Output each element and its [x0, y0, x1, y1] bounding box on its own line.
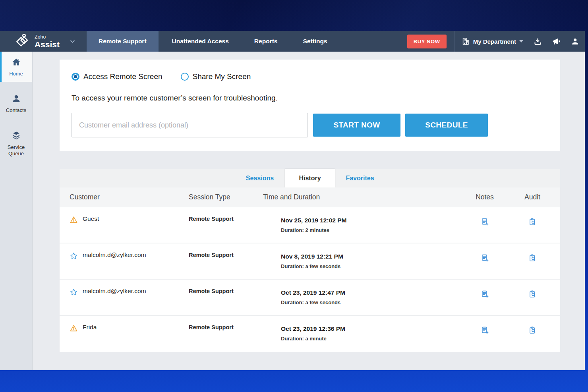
- header-notes: Notes: [465, 193, 505, 201]
- customer-email-input[interactable]: [72, 113, 308, 137]
- session-time: Nov 25, 2019 12:02 PM: [281, 217, 465, 224]
- tab-sessions[interactable]: Sessions: [235, 169, 285, 187]
- customer-name: Frida: [83, 324, 97, 331]
- header-customer: Customer: [60, 193, 189, 201]
- session-type: Remote Support: [189, 288, 234, 294]
- session-time: Oct 23, 2019 12:47 PM: [281, 289, 465, 296]
- radio-selected-icon[interactable]: [72, 73, 79, 81]
- contacts-icon: [12, 94, 21, 103]
- table-row: malcolm.d@zylker.com Remote Support Oct …: [60, 280, 560, 316]
- session-type: Remote Support: [189, 215, 234, 222]
- left-sidebar: Home Contacts: [0, 52, 33, 370]
- sessions-panel: Sessions History Favorites Customer Sess…: [60, 169, 560, 352]
- table-row: malcolm.d@zylker.com Remote Support Nov …: [60, 243, 560, 280]
- sidebar-item-service-queue[interactable]: Service Queue: [0, 125, 32, 162]
- nav-tab-reports[interactable]: Reports: [242, 31, 290, 52]
- brand-zoho-label: Zoho: [35, 35, 60, 39]
- radio-access-remote-screen[interactable]: Access Remote Screen: [72, 72, 162, 81]
- schedule-button[interactable]: SCHEDULE: [405, 114, 488, 137]
- sidebar-label-contacts: Contacts: [2, 107, 31, 114]
- sidebar-item-contacts[interactable]: Contacts: [0, 88, 32, 118]
- user-account-button[interactable]: [566, 31, 585, 52]
- sidebar-item-home[interactable]: Home: [0, 52, 32, 82]
- sessions-tabbar: Sessions History Favorites: [60, 169, 560, 187]
- session-duration: Duration: a few seconds: [281, 263, 465, 269]
- nav-tab-unattended-access[interactable]: Unattended Access: [160, 31, 241, 52]
- session-duration: Duration: 2 minutes: [281, 227, 465, 233]
- session-time: Oct 23, 2019 12:36 PM: [281, 325, 465, 332]
- audit-icon[interactable]: [528, 326, 537, 334]
- session-type: Remote Support: [189, 324, 234, 330]
- audit-icon[interactable]: [528, 290, 537, 298]
- header-audit: Audit: [505, 193, 560, 201]
- add-note-icon[interactable]: [481, 218, 489, 226]
- table-header-row: Customer Session Type Time and Duration …: [60, 187, 560, 207]
- favorite-star-icon[interactable]: [70, 252, 78, 260]
- zoho-assist-brand[interactable]: Zoho Assist: [0, 31, 87, 52]
- favorite-star-icon[interactable]: [70, 288, 78, 296]
- customer-name: malcolm.d@zylker.com: [83, 251, 146, 259]
- service-queue-icon: [12, 131, 21, 140]
- brand-assist-label: Assist: [35, 40, 60, 48]
- audit-icon[interactable]: [528, 218, 537, 226]
- download-icon: [534, 37, 542, 46]
- start-now-button[interactable]: START NOW: [313, 114, 400, 137]
- sidebar-label-service-queue: Service Queue: [2, 144, 31, 157]
- header-time-duration: Time and Duration: [263, 193, 465, 201]
- announcement-megaphone-icon: [551, 37, 561, 46]
- session-duration: Duration: a few seconds: [281, 299, 465, 305]
- tab-history[interactable]: History: [285, 169, 335, 187]
- top-navigation-bar: Zoho Assist Remote Support Unattended Ac…: [0, 31, 585, 52]
- download-button[interactable]: [529, 31, 547, 52]
- radio-share-my-screen[interactable]: Share My Screen: [181, 72, 251, 81]
- table-row: Frida Remote Support Oct 23, 2019 12:36 …: [60, 316, 560, 352]
- radio-unselected-icon[interactable]: [181, 73, 189, 81]
- user-icon: [571, 37, 579, 46]
- department-selector[interactable]: My Department: [455, 31, 529, 52]
- sidebar-label-home: Home: [2, 71, 31, 77]
- warning-icon: [70, 324, 78, 332]
- session-type: Remote Support: [189, 251, 234, 258]
- session-time: Nov 8, 2019 12:21 PM: [281, 253, 465, 260]
- nav-tab-settings[interactable]: Settings: [291, 31, 339, 52]
- brand-chevron-down-icon[interactable]: [70, 40, 75, 43]
- add-note-icon[interactable]: [481, 254, 489, 262]
- app-window: Zoho Assist Remote Support Unattended Ac…: [0, 31, 585, 370]
- warning-icon: [70, 216, 78, 224]
- nav-tab-remote-support[interactable]: Remote Support: [87, 31, 159, 52]
- main-content: Access Remote Screen Share My Screen To …: [33, 52, 585, 370]
- header-session-type: Session Type: [189, 193, 263, 201]
- audit-icon[interactable]: [528, 254, 537, 262]
- department-chevron-down-icon: [519, 40, 523, 42]
- zoho-assist-logo-icon: [15, 33, 31, 49]
- customer-name: malcolm.d@zylker.com: [83, 288, 146, 295]
- session-start-panel: Access Remote Screen Share My Screen To …: [60, 60, 560, 151]
- buy-now-button[interactable]: BUY NOW: [407, 35, 447, 48]
- announcements-button[interactable]: [547, 31, 566, 52]
- tab-favorites[interactable]: Favorites: [335, 169, 385, 187]
- home-icon: [12, 57, 21, 67]
- session-duration: Duration: a minute: [281, 336, 465, 342]
- department-label: My Department: [473, 38, 516, 45]
- table-row: Guest Remote Support Nov 25, 2019 12:02 …: [60, 207, 560, 243]
- session-description: To access your remote customer’s screen …: [72, 94, 548, 102]
- customer-name: Guest: [83, 215, 99, 222]
- department-building-icon: [461, 37, 470, 46]
- add-note-icon[interactable]: [481, 326, 489, 334]
- add-note-icon[interactable]: [481, 290, 489, 298]
